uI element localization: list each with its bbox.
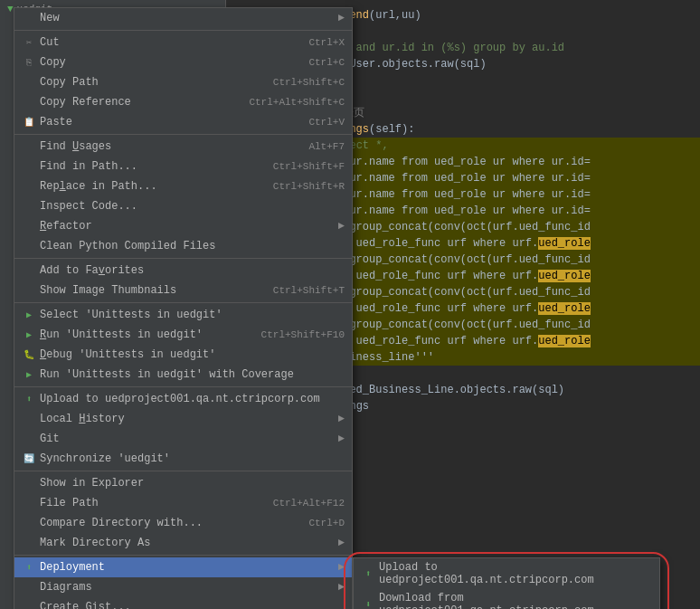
menu-item-local-hist[interactable]: Local History ► (14, 409, 352, 429)
menu-item-mark-dir[interactable]: Mark Directory As ► (14, 533, 352, 553)
menu-item-cut[interactable]: ✂ Cut Ctrl+X (14, 33, 352, 52)
filepath-shortcut: Ctrl+Alt+F12 (273, 498, 345, 509)
menu-item-run-cov[interactable]: ▶ Run 'Unittests in uedgit' with Coverag… (14, 365, 352, 385)
menu-item-show-explorer-label: Show in Explorer (40, 477, 345, 490)
menu-item-find-usages[interactable]: Find Usages Alt+F7 (14, 137, 352, 157)
menu-item-find-path-label: Find in Path... (40, 160, 255, 173)
separator-4 (14, 302, 352, 303)
menu-item-new-label: New (40, 12, 335, 24)
debug-ut-icon: 🐛 (22, 347, 36, 362)
menu-item-paste-label: Paste (40, 116, 290, 128)
menu-item-file-path[interactable]: File Path Ctrl+Alt+F12 (14, 493, 352, 513)
git-icon (22, 432, 36, 446)
replace-shortcut: Ctrl+Shift+R (273, 181, 345, 192)
menu-item-refactor[interactable]: Refactor ► (14, 216, 352, 236)
upload-ut-icon: ⬆ (22, 392, 36, 406)
run-cov-icon: ▶ (22, 367, 36, 382)
download-deploy-icon: ⬇ (361, 597, 375, 609)
menu-item-mark-dir-label: Mark Directory As (40, 537, 335, 549)
git-arrow: ► (338, 433, 345, 445)
hist-icon (22, 412, 36, 426)
mark-arrow: ► (338, 537, 345, 549)
menu-item-find-usages-label: Find Usages (40, 140, 290, 153)
copy-path-shortcut: Ctrl+Shift+C (273, 77, 345, 88)
menu-item-debug-ut-label: Debug 'Unittests in uedgit' (40, 348, 345, 361)
menu-item-debug-ut[interactable]: 🐛 Debug 'Unittests in uedgit' (14, 345, 352, 365)
copy-ref-icon (22, 95, 36, 109)
explorer-icon (22, 476, 36, 490)
menu-item-git[interactable]: Git ► (14, 429, 352, 449)
replace-icon (22, 179, 36, 194)
menu-item-add-fav[interactable]: Add to Favorites (14, 261, 352, 281)
copy-path-icon (22, 75, 36, 90)
menu-item-copy-path[interactable]: Copy Path Ctrl+Shift+C (14, 72, 352, 92)
menu-item-cut-label: Cut (40, 36, 290, 49)
menu-item-paste[interactable]: 📋 Paste Ctrl+V (14, 112, 352, 132)
menu-item-clean[interactable]: Clean Python Compiled Files (14, 236, 352, 256)
menu-item-clean-label: Clean Python Compiled Files (40, 240, 345, 252)
menu-item-deployment-label: Deployment (40, 561, 335, 574)
menu-item-copy-label: Copy (40, 56, 290, 69)
menu-item-run-cov-label: Run 'Unittests in uedgit' with Coverage (40, 368, 345, 381)
menu-item-diagrams[interactable]: Diagrams ► (14, 577, 352, 597)
fav-icon (22, 263, 36, 278)
copy-shortcut: Ctrl+C (308, 57, 345, 68)
separator-5 (14, 386, 352, 387)
menu-item-replace-path[interactable]: Replace in Path... Ctrl+Shift+R (14, 176, 352, 196)
menu-item-replace-label: Replace in Path... (40, 180, 255, 193)
menu-item-inspect[interactable]: Inspect Code... (14, 196, 352, 216)
new-icon (22, 11, 36, 25)
find-usages-shortcut: Alt+F7 (308, 141, 345, 152)
run-ut-shortcut: Ctrl+Shift+F10 (261, 329, 345, 340)
gist-icon (22, 600, 36, 609)
sync-icon: 🔄 (22, 452, 36, 466)
submenu-download[interactable]: ⬇ Download from uedproject001.qa.nt.ctri… (354, 589, 659, 609)
deployment-submenu: ⬆ Upload to uedproject001.qa.nt.ctripcor… (353, 557, 660, 609)
menu-item-compare-dir[interactable]: Compare Directory with... Ctrl+D (14, 513, 352, 533)
deploy-arrow: ► (338, 561, 345, 574)
menu-item-deployment[interactable]: ⬆ Deployment ► (14, 557, 352, 577)
submenu-download-label: Download from uedproject001.qa.nt.ctripc… (379, 592, 652, 609)
submenu-arrow: ► (338, 12, 345, 24)
compare-icon (22, 516, 36, 530)
menu-item-copy-ref-label: Copy Reference (40, 96, 231, 109)
paste-shortcut: Ctrl+V (308, 117, 345, 128)
menu-item-copy-ref[interactable]: Copy Reference Ctrl+Alt+Shift+C (14, 92, 352, 112)
menu-item-create-gist[interactable]: Create Gist... (14, 597, 352, 609)
menu-item-upload-ut-label: Upload to uedproject001.qa.nt.ctripcorp.… (40, 393, 345, 405)
menu-item-copy[interactable]: ⎘ Copy Ctrl+C (14, 52, 352, 72)
separator-3 (14, 258, 352, 259)
menu-item-sync[interactable]: 🔄 Synchronize 'uedgit' (14, 449, 352, 469)
menu-item-select-ut-label: Select 'Unittests in uedgit' (40, 309, 345, 321)
menu-item-inspect-label: Inspect Code... (40, 200, 345, 213)
menu-item-upload-ut[interactable]: ⬆ Upload to uedproject001.qa.nt.ctripcor… (14, 389, 352, 409)
refactor-icon (22, 219, 36, 233)
deploy-icon: ⬆ (22, 560, 36, 575)
menu-item-show-thumb-label: Show Image Thumbnails (40, 284, 255, 297)
hist-arrow: ► (338, 413, 345, 425)
thumb-shortcut: Ctrl+Shift+T (273, 285, 345, 296)
menu-item-find-path[interactable]: Find in Path... Ctrl+Shift+F (14, 157, 352, 176)
find-usages-icon (22, 139, 36, 154)
menu-item-run-ut-label: Run 'Unittests in uedgit' (40, 328, 243, 341)
menu-item-run-ut[interactable]: ▶ Run 'Unittests in uedgit' Ctrl+Shift+F… (14, 325, 352, 345)
menu-item-select-ut[interactable]: ▶ Select 'Unittests in uedgit' (14, 305, 352, 325)
separator-1 (14, 30, 352, 31)
submenu-upload-label: Upload to uedproject001.qa.nt.ctripcorp.… (379, 561, 652, 586)
diagrams-arrow: ► (338, 581, 345, 594)
filepath-icon (22, 496, 36, 510)
diagrams-icon (22, 580, 36, 595)
cut-shortcut: Ctrl+X (308, 37, 345, 48)
submenu-upload[interactable]: ⬆ Upload to uedproject001.qa.nt.ctripcor… (354, 558, 659, 589)
menu-item-refactor-label: Refactor (40, 220, 335, 233)
menu-item-new[interactable]: New ► (14, 8, 352, 28)
menu-item-file-path-label: File Path (40, 497, 255, 509)
select-ut-icon: ▶ (22, 308, 36, 322)
separator-6 (14, 471, 352, 471)
menu-item-sync-label: Synchronize 'uedgit' (40, 452, 345, 465)
menu-item-create-gist-label: Create Gist... (40, 601, 345, 609)
menu-item-show-thumb[interactable]: Show Image Thumbnails Ctrl+Shift+T (14, 281, 352, 300)
mark-icon (22, 536, 36, 550)
menu-item-diagrams-label: Diagrams (40, 581, 335, 594)
menu-item-show-explorer[interactable]: Show in Explorer (14, 473, 352, 493)
